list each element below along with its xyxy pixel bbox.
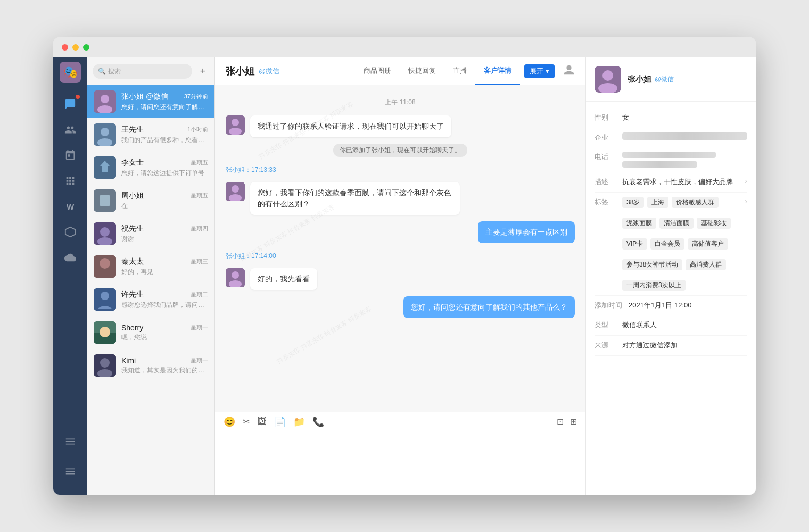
chat-name-kimi: Kimi (121, 356, 136, 365)
rp-customer-platform: @微信 (655, 75, 674, 84)
sidebar-icon-word[interactable]: W (60, 196, 81, 217)
chat-name-wangxiansheng: 王先生 (121, 125, 144, 135)
rp-desc-row: 描述 抗衰老需求，干性皮肤，偏好大品牌 › (595, 172, 747, 193)
chat-item-xuxiansheng[interactable]: 许先生 星期二 感谢您选择我们品牌，请问下... (87, 283, 214, 316)
tag-mud-mask: 泥浆面膜 (622, 218, 656, 229)
chat-time-zhuxiansheng: 星期四 (191, 225, 208, 232)
sidebar-icon-chat[interactable] (60, 94, 81, 115)
chat-title: 张小姐 (226, 65, 254, 78)
rp-customer-info: 张小姐 @微信 (628, 74, 674, 85)
msg-row-3: 主要是薄厚会有一点区别 (226, 221, 575, 243)
rp-addtime-row: 添加时间 2021年1月1日 12:00 (595, 296, 747, 316)
chat-time-wangxiansheng: 1小时前 (187, 126, 208, 134)
folder-icon[interactable]: 📁 (293, 416, 305, 428)
my-avatar[interactable]: 🎭 (60, 62, 81, 83)
avatar-zhuxiansheng (94, 222, 116, 245)
chat-time-qintaitai: 星期三 (191, 257, 208, 265)
msg-sender-label-1: 张小姐：17:13:33 (226, 165, 575, 174)
sidebar-icon-apps[interactable] (60, 170, 81, 192)
minimize-button[interactable] (72, 44, 79, 51)
avatar-kimi (94, 354, 116, 377)
search-icon: 🔍 (98, 68, 106, 75)
expand-chat-icon[interactable]: ⊡ (557, 417, 564, 427)
svg-point-24 (232, 119, 239, 126)
chat-main: 张小姐 @微信 商品图册 快捷回复 直播 客户详情 展开 ▾ (215, 57, 585, 495)
phone-icon[interactable]: 📞 (312, 416, 324, 428)
chat-info-xuxiansheng: 许先生 星期二 感谢您选择我们品牌，请问下... (121, 290, 208, 310)
sidebar-icon-calendar[interactable] (60, 145, 81, 166)
emoji-icon[interactable]: 😊 (224, 416, 235, 428)
chat-item-zhuxiansheng[interactable]: 祝先生 星期四 谢谢 (87, 217, 214, 250)
search-box[interactable]: 🔍 搜索 (93, 64, 192, 79)
avatar-sherry (94, 321, 116, 344)
chat-name-xuxiansheng: 许先生 (121, 290, 144, 300)
close-button[interactable] (62, 44, 68, 51)
header-tabs: 商品图册 快捷回复 直播 客户详情 (355, 57, 520, 85)
chat-preview-wangxiansheng: 我们的产品有很多种，您看下... (121, 136, 208, 145)
tag-price-sensitive: 价格敏感人群 (672, 197, 719, 208)
rp-company-row: 企业 (595, 128, 747, 147)
toolbar-right-icons: ⊡ ⊞ (557, 417, 577, 427)
file-icon[interactable]: 📄 (274, 416, 286, 428)
svg-point-30 (232, 271, 239, 279)
chat-name-sherry: Sherry (121, 323, 143, 332)
svg-point-14 (100, 258, 110, 269)
msg-bubble-1: 我通过了你的联系人验证请求，现在我们可以开始聊天了 (250, 115, 451, 137)
fullscreen-button[interactable] (83, 44, 89, 51)
chat-list-header: 🔍 搜索 + (87, 57, 214, 85)
rp-desc-chevron[interactable]: › (745, 177, 747, 185)
grid-icon[interactable]: ⊞ (570, 417, 577, 427)
rp-type-value: 微信联系人 (622, 320, 747, 331)
chat-item-linvshi[interactable]: 李女士 星期五 您好，请您这边提供下订单号 (87, 151, 214, 184)
tab-quick-reply[interactable]: 快捷回复 (400, 57, 444, 85)
svg-rect-9 (100, 195, 110, 206)
right-panel: 张小姐 @微信 性别 女 企业 电话 (585, 57, 756, 495)
chat-name-zhuxiansheng: 祝先生 (121, 224, 144, 234)
rp-tags-more2: VIP卡 白金会员 高储值客户 (595, 238, 728, 250)
chat-info-zhuxiansheng: 祝先生 星期四 谢谢 (121, 224, 208, 244)
chat-time-kimi: 星期一 (191, 356, 208, 364)
expand-label: 展开 (530, 66, 543, 76)
add-button[interactable]: + (196, 65, 209, 78)
titlebar (53, 37, 756, 57)
chat-item-wangxiansheng[interactable]: 王先生 1小时前 我们的产品有很多种，您看下... (87, 118, 214, 151)
svg-point-21 (100, 358, 110, 368)
rp-gender-value: 女 (622, 112, 747, 123)
input-box[interactable] (215, 431, 585, 495)
chat-item-zhouxiaojie[interactable]: 周小姐 星期五 在 (87, 184, 214, 217)
expand-button[interactable]: 展开 ▾ (524, 64, 555, 78)
chat-time-linvshi: 星期五 (191, 159, 208, 167)
tag-vip: VIP卡 (622, 238, 647, 250)
scissors-icon[interactable]: ✂ (243, 417, 250, 427)
chat-info-zhangxiaojie: 张小姐 @微信 37分钟前 您好，请问您还有意向了解我... (121, 92, 208, 112)
chat-main-header: 张小姐 @微信 商品图册 快捷回复 直播 客户详情 展开 ▾ (215, 57, 585, 85)
tab-customer-detail[interactable]: 客户详情 (475, 57, 520, 85)
msg-row-1: 我通过了你的联系人验证请求，现在我们可以开始聊天了 (226, 115, 575, 137)
person-icon[interactable] (563, 64, 575, 78)
sidebar-icon-list[interactable] (60, 431, 81, 452)
msg-content-1: 我通过了你的联系人验证请求，现在我们可以开始聊天了 (250, 115, 451, 137)
sidebar-icon-contacts[interactable] (60, 119, 81, 140)
avatar-xuxiansheng (94, 288, 116, 311)
chat-item-qintaitai[interactable]: 秦太太 星期三 好的，再见 (87, 250, 214, 283)
chat-name-zhouxiaojie: 周小姐 (121, 191, 144, 201)
tab-live[interactable]: 直播 (444, 57, 475, 85)
chat-item-sherry[interactable]: Sherry 星期一 嗯，您说 (87, 316, 214, 349)
msg-content-3: 主要是薄厚会有一点区别 (478, 221, 575, 243)
sidebar-icon-hexagon[interactable] (60, 221, 81, 243)
chat-item-kimi[interactable]: Kimi 星期一 我知道，其实是因为我们的产... (87, 349, 214, 382)
sidebar-icon-menu[interactable] (60, 461, 81, 482)
msg-bubble-2: 您好，我看下你们的这款春季面膜，请问下这个和那个灰色的有什么区别？ (250, 182, 460, 215)
rp-type-row: 类型 微信联系人 (595, 315, 747, 336)
chat-name-qintaitai: 秦太太 (121, 257, 144, 267)
rp-tags-chevron[interactable]: › (745, 197, 747, 208)
icon-sidebar: 🎭 W (53, 57, 87, 495)
chat-time-zhouxiaojie: 星期五 (191, 192, 208, 200)
image-icon[interactable]: 🖼 (257, 416, 267, 427)
rp-customer-avatar (595, 66, 621, 93)
rp-company-value (622, 132, 747, 140)
chat-item-zhangxiaojie[interactable]: 张小姐 @微信 37分钟前 您好，请问您还有意向了解我... (87, 85, 214, 118)
tab-catalog[interactable]: 商品图册 (355, 57, 400, 85)
rp-tags-more: 泥浆面膜 清洁面膜 基础彩妆 (595, 218, 731, 229)
sidebar-icon-cloud[interactable] (60, 247, 81, 268)
